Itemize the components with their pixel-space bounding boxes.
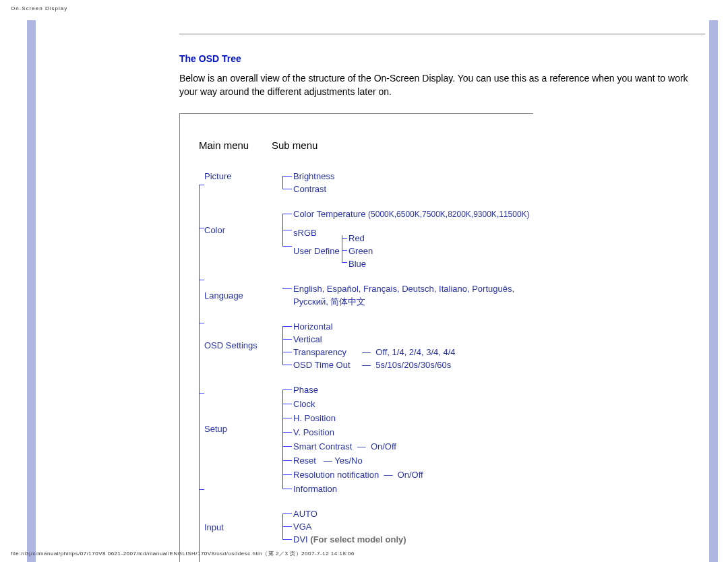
sub-osd-timeout: OSD Time Out— 5s/10s/20s/30s/60s [293,358,456,371]
sub-brightness: Brightness [293,170,334,183]
main-language: Language [204,289,272,302]
footer-tiny: file://G|/cdmanual/philips/07/170V8 0621… [11,550,355,557]
main-osd: OSD Settings [204,339,272,352]
sidebar-accent-right [709,20,718,562]
sub-dvi: DVI (For select model only) [293,533,406,546]
sub-vga: VGA [293,520,406,533]
sub-user-define: User Define Red Green Blue [293,245,530,270]
osd-tree-diagram: Main menu Sub menu Picture Brightness Co… [179,113,533,562]
rgb-green: Green [348,245,373,257]
main-setup: Setup [204,423,272,435]
sub-languages: English, Español, Français, Deutsch, Ita… [293,282,522,308]
header-tiny: On-Screen Display [11,5,67,11]
sub-clock: Clock [293,398,423,410]
sub-contrast: Contrast [293,183,334,195]
sub-information: Information [293,482,423,495]
rgb-red: Red [348,232,373,245]
col-head-main: Main menu [199,139,272,151]
divider [179,34,705,34]
sub-phase: Phase [293,383,423,396]
sub-auto: AUTO [293,507,406,520]
sidebar-accent-left [27,20,36,562]
rgb-blue: Blue [348,257,373,270]
section-title: The OSD Tree [179,53,705,64]
sub-transparency: Transparency— Off, 1/4, 2/4, 3/4, 4/4 [293,346,456,358]
main-input: Input [204,521,272,534]
sub-horizontal: Horizontal [293,320,456,333]
sub-reset: Reset — Yes/No [293,454,423,467]
sub-hpos: H. Position [293,412,423,425]
sub-srgb: sRGB [293,226,530,239]
content-area: The OSD Tree Below is an overall view of… [36,20,709,562]
sub-vpos: V. Position [293,426,423,439]
sub-vertical: Vertical [293,333,456,346]
sub-color-temp: Color Temperature (5000K,6500K,7500K,820… [293,208,530,221]
sub-resnotif: Resolution notification — On/Off [293,468,423,481]
sub-smart-contrast: Smart Contrast — On/Off [293,440,423,453]
section-desc: Below is an overall view of the structur… [179,72,705,98]
main-color: Color [204,224,272,237]
main-picture: Picture [204,170,272,183]
col-head-sub: Sub menu [272,139,317,151]
